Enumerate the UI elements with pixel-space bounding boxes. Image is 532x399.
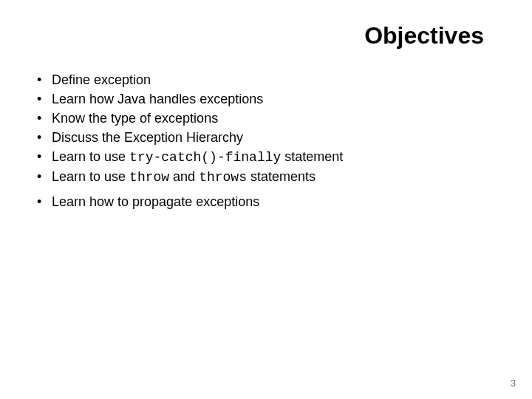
bullet-text: Discuss the Exception Hierarchy xyxy=(52,128,502,147)
list-item: •Discuss the Exception Hierarchy xyxy=(37,128,502,147)
bullet-icon: • xyxy=(37,147,52,166)
slide: Objectives •Define exception•Learn how J… xyxy=(0,0,532,399)
list-item: •Learn how to propagate exceptions xyxy=(37,192,502,211)
bullet-icon: • xyxy=(37,89,52,109)
bullet-icon: • xyxy=(37,109,52,128)
code-span: throw xyxy=(129,170,169,185)
list-item: •Know the type of exceptions xyxy=(37,109,502,128)
code-span: try-catch()-finally xyxy=(129,150,281,165)
bullet-icon: • xyxy=(37,128,52,147)
list-item: •Define exception xyxy=(37,70,502,89)
bullet-icon: • xyxy=(37,192,52,211)
list-item: •Learn how Java handles exceptions xyxy=(37,89,502,109)
bullet-text: Learn to use throw and throws statements xyxy=(52,167,502,187)
page-number: 3 xyxy=(511,378,516,389)
bullet-text: Learn how Java handles exceptions xyxy=(52,89,502,109)
code-span: throws xyxy=(199,170,247,185)
bullet-text: Define exception xyxy=(52,70,502,89)
bullet-text: Learn how to propagate exceptions xyxy=(52,192,502,211)
bullet-text: Know the type of exceptions xyxy=(52,109,502,128)
list-item: •Learn to use throw and throws statement… xyxy=(37,167,502,187)
bullet-text: Learn to use try-catch()-finally stateme… xyxy=(52,147,502,167)
slide-title: Objectives xyxy=(30,22,502,50)
bullet-icon: • xyxy=(37,70,52,89)
list-item: •Learn to use try-catch()-finally statem… xyxy=(37,147,502,167)
bullet-icon: • xyxy=(37,167,52,186)
bullet-list: •Define exception•Learn how Java handles… xyxy=(30,70,502,211)
